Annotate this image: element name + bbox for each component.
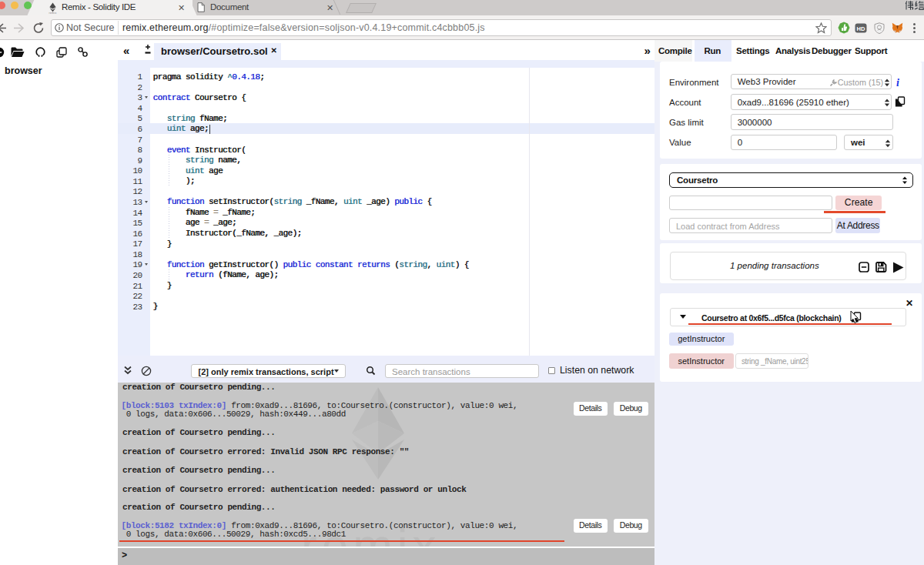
svg-text:HD: HD	[857, 25, 865, 32]
svg-text:remix: remix	[49, 11, 57, 13]
